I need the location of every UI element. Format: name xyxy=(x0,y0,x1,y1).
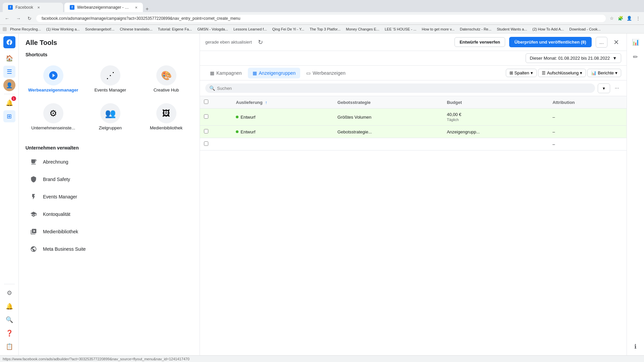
sidebar-search-button[interactable]: 🔍 xyxy=(3,314,15,326)
sort-asc-icon: ↑ xyxy=(265,100,267,105)
attribution-label: Attribution xyxy=(552,100,575,105)
address-bar[interactable] xyxy=(36,15,606,22)
sidebar-settings-button[interactable]: ⚙ xyxy=(3,287,15,299)
bookmark-0[interactable]: Phone Recycling... xyxy=(8,26,43,32)
new-tab-button[interactable]: + xyxy=(143,6,151,12)
date-range-text: Dieser Monat: 01.08.2022 bis 21.08.2022 xyxy=(530,56,610,61)
sidebar-help-button[interactable]: ❓ xyxy=(3,327,15,339)
bookmark-13[interactable]: Student Wants a... xyxy=(495,26,529,32)
bookmark-2[interactable]: Sonderangebot!... xyxy=(83,26,116,32)
menu-item-medienbibliothek-label: Medienbibliothek xyxy=(43,229,78,234)
user-profile-icon[interactable]: 👤 xyxy=(626,15,633,22)
bookmark-4[interactable]: Tutorial: Eigene Fa... xyxy=(156,26,194,32)
tab-anzeigengruppen[interactable]: ▦ Anzeigengruppen xyxy=(248,68,301,78)
shortcut-events-manager[interactable]: ⋰ Events Manager xyxy=(84,61,137,97)
close-panel-button[interactable]: ✕ xyxy=(611,36,621,48)
status-bar: https://www.facebook.com/ads/adbuilder/?… xyxy=(0,355,644,362)
sidebar-alert-button[interactable]: 🔔 xyxy=(3,300,15,312)
menu-item-kontoqualitaet[interactable]: Kontoqualität xyxy=(25,205,193,223)
werbeanzeigen-icon: ▭ xyxy=(306,70,311,76)
search-input[interactable] xyxy=(217,86,591,91)
sidebar-avatar[interactable]: 👤 xyxy=(3,79,15,91)
info-icon-button[interactable]: ℹ xyxy=(630,341,642,353)
row-1-attribution: – xyxy=(552,115,555,120)
bell-icon: 🔔 xyxy=(6,99,13,107)
more-options-button[interactable]: ... xyxy=(596,37,607,48)
menu-item-brand-safety[interactable]: Brand Safety xyxy=(25,171,193,188)
shortcut-werbeanzeigenmanager[interactable]: Werbeanzeigenmanager xyxy=(25,61,81,97)
reports-icon: 📊 xyxy=(591,70,596,75)
medienbibliothek-list-icon xyxy=(28,226,39,237)
row-2-checkbox[interactable] xyxy=(204,129,208,133)
extension-puzzle-icon[interactable]: 🧩 xyxy=(617,15,624,22)
publish-button[interactable]: Überprüfen und veröffentlichen (8) xyxy=(509,37,592,47)
more-table-options-button[interactable]: ··· xyxy=(613,83,621,93)
facebook-logo[interactable] xyxy=(3,36,15,48)
bookmark-15[interactable]: Download - Cook... xyxy=(567,26,603,32)
edit-icon-button[interactable]: ✏ xyxy=(630,51,642,63)
menu-item-meta-business-suite[interactable]: Meta Business Suite xyxy=(25,240,193,258)
bookmark-14[interactable]: (2) How To Add A... xyxy=(530,26,566,32)
menu-item-events-manager-label: Events Manager xyxy=(43,194,77,199)
shortcut-zielgruppen[interactable]: 👥 Zielgruppen xyxy=(84,99,137,134)
row-3-budget-cell xyxy=(443,138,548,150)
filter-dropdown-button[interactable]: ▾ xyxy=(598,83,610,93)
row-1-attribution-cell: – xyxy=(548,109,627,126)
sidebar-grid-button[interactable]: ⊞ xyxy=(3,110,15,122)
shortcut-medienbibliothek[interactable]: 🖼 Medienbiblio­thek xyxy=(140,99,193,134)
tab-facebook-close[interactable]: ✕ xyxy=(37,6,40,9)
tab-ads-manager[interactable]: f Werbeanzeigenmanager - We... ✕ xyxy=(64,3,143,12)
columns-button[interactable]: ⊞ Spalten ▾ xyxy=(506,69,537,77)
menu-item-medienbibliothek[interactable]: Medienbibliothek xyxy=(25,223,193,240)
chart-icon-button[interactable]: 📊 xyxy=(630,36,642,48)
menu-item-abrechnung[interactable]: Abrechnung xyxy=(25,153,193,171)
reports-button[interactable]: 📊 Berichte ▾ xyxy=(587,69,621,77)
back-button[interactable]: ← xyxy=(3,14,11,22)
select-all-checkbox[interactable] xyxy=(204,100,208,104)
row-2-budget-cell: Anzeigengrupp... xyxy=(443,126,548,138)
date-filter[interactable]: Dieser Monat: 01.08.2022 bis 21.08.2022 … xyxy=(526,53,621,63)
shortcut-creative-hub[interactable]: 🎨 Creative Hub xyxy=(140,61,193,97)
sidebar-home-button[interactable]: 🏠 xyxy=(3,52,15,64)
main-content: gerade eben aktualisiert ↻ Entwürfe verw… xyxy=(200,34,627,355)
bookmark-7[interactable]: Qing Fei De Yi - Y... xyxy=(270,26,307,32)
bookmark-10[interactable]: LEE 'S HOUSE - ... xyxy=(383,26,418,32)
manage-label: Unternehmen verwalten xyxy=(25,145,193,150)
bookmark-5[interactable]: GMSN - Vologda... xyxy=(195,26,230,32)
tab-facebook[interactable]: f Facebook ✕ xyxy=(3,3,63,12)
sidebar-notifications-button[interactable]: 🔔 1 xyxy=(3,97,15,109)
shortcuts-label: Shortcuts xyxy=(25,52,193,57)
col-header-auslieferung[interactable]: Auslieferung ↑ xyxy=(232,96,333,109)
columns-label: Spalten xyxy=(515,70,529,75)
bookmark-11[interactable]: How to get more v... xyxy=(420,26,457,32)
row-3-delivery-cell xyxy=(232,138,333,150)
tab-werbeanzeigen[interactable]: ▭ Werbeanzeigen xyxy=(302,68,350,78)
discard-drafts-button[interactable]: Entwürfe verwerfen xyxy=(454,37,505,47)
info-icon: ℹ xyxy=(634,343,637,350)
bookmark-6[interactable]: Lessons Learned f... xyxy=(231,26,269,32)
menu-icon: ☰ xyxy=(7,68,12,75)
shortcut-unternehmenseinstellungen[interactable]: ⚙ Unternehmenseinste... xyxy=(25,99,81,134)
tab-kampagnen[interactable]: ▦ Kampagnen xyxy=(205,68,247,78)
bookmark-star-icon[interactable]: ☆ xyxy=(608,15,615,22)
table-row: Entwurf Gebotsstrategie... Anzeigengrupp… xyxy=(200,126,627,138)
refresh-button[interactable]: ↻ xyxy=(256,37,265,48)
right-panel: 📊 ✏ ℹ xyxy=(627,34,644,355)
bookmark-8[interactable]: The Top 3 Platfor... xyxy=(308,26,342,32)
sidebar-list-button[interactable]: 📋 xyxy=(3,341,15,353)
breakdown-button[interactable]: ☰ Aufschlüsselung ▾ xyxy=(538,69,586,77)
bookmark-9[interactable]: Money Changes E... xyxy=(344,26,381,32)
row-3-checkbox[interactable] xyxy=(204,141,208,146)
bookmark-1[interactable]: (1) How Working a... xyxy=(44,26,82,32)
bookmark-3[interactable]: Chinese translatio... xyxy=(118,26,154,32)
forward-button[interactable]: → xyxy=(14,14,23,22)
menu-item-events-manager[interactable]: Events Manager xyxy=(25,188,193,205)
sidebar-menu-button[interactable]: ☰ xyxy=(3,66,15,78)
status-url: https://www.facebook.com/ads/adbuilder/?… xyxy=(3,357,190,361)
reload-button[interactable]: ↻ xyxy=(25,14,34,22)
bookmark-12[interactable]: Datenschutz - Re... xyxy=(458,26,493,32)
chart-icon: 📊 xyxy=(632,39,639,46)
tab-ads-manager-close[interactable]: ✕ xyxy=(135,6,138,9)
browser-menu-icon[interactable]: ⋮ xyxy=(635,15,641,22)
row-1-checkbox[interactable] xyxy=(204,114,208,119)
